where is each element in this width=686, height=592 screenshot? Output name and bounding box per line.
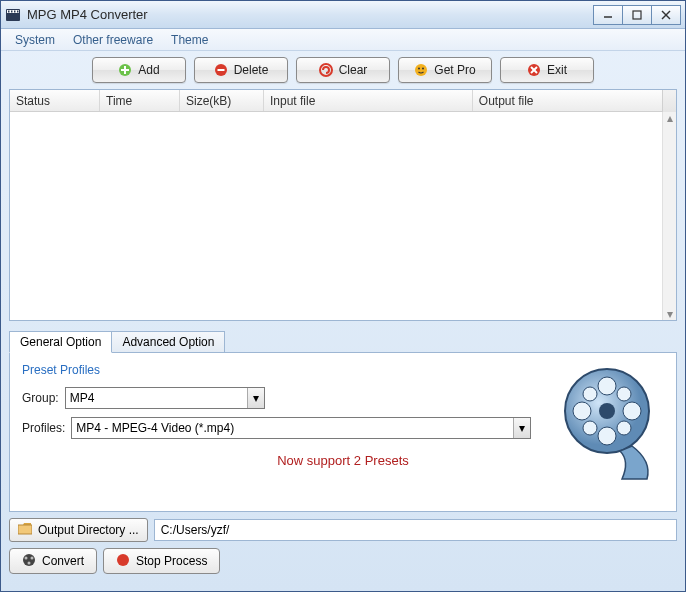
column-time[interactable]: Time — [100, 90, 180, 111]
column-size[interactable]: Size(kB) — [180, 90, 264, 111]
svg-rect-32 — [18, 525, 32, 534]
tab-general[interactable]: General Option — [9, 331, 112, 353]
svg-point-16 — [415, 64, 427, 76]
stop-label: Stop Process — [136, 554, 207, 568]
svg-point-25 — [598, 427, 616, 445]
scroll-up-icon[interactable]: ▴ — [664, 112, 676, 124]
add-icon — [118, 63, 132, 77]
titlebar: MPG MP4 Converter — [1, 1, 685, 29]
folder-icon — [18, 523, 32, 538]
convert-button[interactable]: Convert — [9, 548, 97, 574]
svg-point-36 — [28, 561, 31, 564]
svg-point-18 — [422, 68, 424, 70]
scrollbar-corner — [662, 90, 676, 112]
profiles-value[interactable] — [72, 418, 513, 438]
add-label: Add — [138, 63, 159, 77]
svg-point-29 — [617, 387, 631, 401]
menu-theme[interactable]: Theme — [163, 31, 216, 49]
menu-other-freeware[interactable]: Other freeware — [65, 31, 161, 49]
output-path-input[interactable] — [154, 519, 677, 541]
stop-button[interactable]: Stop Process — [103, 548, 220, 574]
getpro-icon — [414, 63, 428, 77]
profiles-label: Profiles: — [22, 421, 65, 435]
output-directory-button[interactable]: Output Directory ... — [9, 518, 148, 542]
svg-point-27 — [623, 402, 641, 420]
group-value[interactable] — [66, 388, 247, 408]
add-button[interactable]: Add — [92, 57, 186, 83]
general-panel: Preset Profiles Group: ▾ Profiles: ▾ Now… — [9, 352, 677, 512]
delete-icon — [214, 63, 228, 77]
svg-point-28 — [583, 387, 597, 401]
column-output[interactable]: Output file — [473, 90, 662, 111]
window-title: MPG MP4 Converter — [27, 7, 594, 22]
svg-point-34 — [25, 556, 28, 559]
column-status[interactable]: Status — [10, 90, 100, 111]
maximize-button[interactable] — [622, 5, 652, 25]
toolbar: Add Delete Clear Get Pro Exit — [1, 51, 685, 89]
convert-label: Convert — [42, 554, 84, 568]
getpro-label: Get Pro — [434, 63, 475, 77]
svg-rect-7 — [633, 11, 641, 19]
svg-rect-3 — [11, 10, 13, 12]
stop-icon — [116, 553, 130, 570]
svg-point-35 — [31, 556, 34, 559]
tab-advanced[interactable]: Advanced Option — [111, 331, 225, 352]
svg-point-37 — [117, 554, 129, 566]
clear-label: Clear — [339, 63, 368, 77]
svg-point-26 — [573, 402, 591, 420]
file-table: Status Time Size(kB) Input file Output f… — [9, 89, 677, 321]
profiles-combo[interactable]: ▾ — [71, 417, 531, 439]
app-window: MPG MP4 Converter System Other freeware … — [0, 0, 686, 592]
scroll-down-icon[interactable]: ▾ — [664, 308, 676, 320]
svg-point-30 — [583, 421, 597, 435]
app-icon — [5, 7, 21, 23]
svg-rect-4 — [14, 10, 16, 12]
table-header: Status Time Size(kB) Input file Output f… — [10, 90, 662, 112]
options-tabs: General Option Advanced Option Preset Pr… — [9, 331, 677, 512]
svg-rect-5 — [17, 10, 19, 12]
chevron-down-icon: ▾ — [253, 391, 259, 405]
column-input[interactable]: Input file — [264, 90, 473, 111]
vertical-scrollbar[interactable]: ▴ ▾ — [662, 112, 676, 320]
delete-button[interactable]: Delete — [194, 57, 288, 83]
window-controls — [594, 5, 681, 25]
table-body[interactable] — [10, 112, 662, 320]
svg-point-23 — [599, 403, 615, 419]
svg-point-31 — [617, 421, 631, 435]
group-combo[interactable]: ▾ — [65, 387, 265, 409]
menu-system[interactable]: System — [7, 31, 63, 49]
clear-icon — [319, 63, 333, 77]
svg-rect-2 — [8, 10, 10, 12]
svg-point-24 — [598, 377, 616, 395]
film-reel-art — [552, 361, 662, 481]
close-button[interactable] — [651, 5, 681, 25]
output-bar: Output Directory ... — [9, 518, 677, 542]
exit-label: Exit — [547, 63, 567, 77]
exit-button[interactable]: Exit — [500, 57, 594, 83]
convert-icon — [22, 553, 36, 570]
clear-button[interactable]: Clear — [296, 57, 390, 83]
delete-label: Delete — [234, 63, 269, 77]
exit-icon — [527, 63, 541, 77]
minimize-button[interactable] — [593, 5, 623, 25]
action-bar: Convert Stop Process — [9, 548, 677, 574]
svg-point-15 — [320, 64, 332, 76]
getpro-button[interactable]: Get Pro — [398, 57, 492, 83]
group-label: Group: — [22, 391, 59, 405]
output-directory-label: Output Directory ... — [38, 523, 139, 537]
svg-point-17 — [418, 68, 420, 70]
profiles-dropdown-button[interactable]: ▾ — [513, 418, 530, 438]
chevron-down-icon: ▾ — [519, 421, 525, 435]
menubar: System Other freeware Theme — [1, 29, 685, 51]
group-dropdown-button[interactable]: ▾ — [247, 388, 264, 408]
